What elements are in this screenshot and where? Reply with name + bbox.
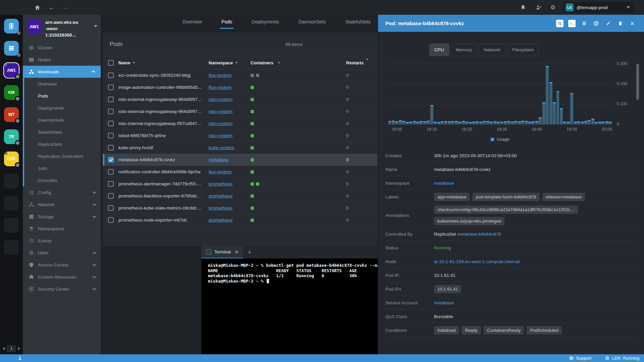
sidebar-item-storage[interactable]: Storage	[23, 210, 101, 223]
catalog-browse-button[interactable]: ⚙	[4, 19, 19, 34]
usage-bar[interactable]	[406, 122, 409, 124]
usage-bar[interactable]	[465, 122, 468, 124]
usage-bar[interactable]	[539, 117, 542, 124]
sidebar-item-custom-resources[interactable]: Custom Resources	[23, 271, 101, 283]
table-row-istio-external-ingressgateway-964d5f97[interactable]: istio-external-ingressgateway-964d5f97…i…	[103, 106, 378, 118]
usage-bar[interactable]	[423, 121, 426, 124]
sidebar-subitem-jobs[interactable]: Jobs	[23, 162, 101, 174]
sidebar-subitem-cronjobs[interactable]: CronJobs	[23, 174, 101, 186]
row-checkbox[interactable]	[108, 157, 114, 163]
invite-user-icon[interactable]	[535, 4, 542, 11]
usage-bar[interactable]	[514, 121, 517, 124]
sidebar-item-access-control[interactable]: Access Control	[23, 259, 101, 271]
usage-bar[interactable]	[553, 102, 556, 124]
table-row-istio-internal-ingressgateway-f5f7cd947[interactable]: istio-internal-ingressgateway-f5f7cd947……	[103, 118, 378, 130]
detail-link[interactable]: ip-10-1-61-158.eu-west-1.compute.interna…	[434, 259, 520, 264]
usage-bar[interactable]	[420, 121, 423, 124]
search-icon[interactable]	[556, 20, 564, 27]
table-row-ecr-credentials-sync-28092240-bttgj[interactable]: ecr-credentials-sync-28092240-bttgjflux-…	[103, 69, 378, 81]
usage-bar[interactable]	[598, 122, 601, 124]
row-checkbox[interactable]	[108, 84, 114, 90]
namespace-link[interactable]: istio-system	[209, 109, 232, 114]
usage-bar[interactable]	[609, 122, 612, 124]
namespace-link[interactable]: istio-system	[209, 97, 232, 102]
namespace-link[interactable]: flux-system	[209, 169, 231, 174]
sidebar-item-security-center[interactable]: Security Center	[23, 283, 101, 295]
usage-bar[interactable]	[497, 122, 500, 124]
detail-link[interactable]: metabase-b4b64c878	[457, 232, 501, 237]
tab-overview[interactable]: Overview	[181, 15, 203, 29]
usage-bar[interactable]	[493, 121, 496, 124]
usage-bar[interactable]	[546, 66, 549, 124]
usage-bar[interactable]	[402, 121, 405, 124]
row-checkbox[interactable]	[108, 205, 114, 211]
table-row-notification-controller-86d4cb566b-9pr5w[interactable]: notification-controller-86d4cb566b-9pr5w…	[103, 166, 378, 178]
usage-bar[interactable]	[409, 122, 412, 124]
scrollbar-thumb[interactable]	[636, 64, 639, 100]
column-header-restarts[interactable]: Restarts	[346, 60, 378, 65]
cluster-selector[interactable]: AW1 arn:aws:eks:eu-west-1:210226350…	[23, 15, 101, 42]
metric-tab-cpu[interactable]: CPU	[429, 44, 449, 56]
usage-bar[interactable]	[486, 121, 489, 124]
sidebar-subitem-daemonsets[interactable]: DaemonSets	[23, 114, 101, 126]
logs-icon[interactable]	[580, 20, 588, 27]
usage-bar[interactable]	[549, 82, 552, 124]
close-terminal-icon[interactable]: ✕	[234, 249, 239, 255]
namespace-link[interactable]: prometheus	[209, 218, 232, 223]
attach-icon[interactable]: @	[592, 20, 600, 27]
sidebar-subitem-statefulsets[interactable]: StatefulSets	[23, 126, 101, 138]
back-icon[interactable]: ←	[48, 4, 55, 11]
page-number[interactable]: 1	[7, 345, 16, 352]
usage-bar[interactable]	[532, 121, 535, 124]
usage-bar[interactable]	[535, 121, 538, 124]
usage-bar[interactable]	[430, 105, 433, 124]
table-row-prometheus-blackbox-exporter-6795dd[interactable]: prometheus-blackbox-exporter-6795dd…prom…	[103, 190, 378, 202]
usage-bar[interactable]	[451, 121, 454, 124]
row-checkbox[interactable]	[108, 72, 114, 78]
row-checkbox[interactable]	[108, 121, 114, 126]
usage-bar[interactable]	[490, 122, 493, 124]
close-icon[interactable]: ×	[629, 20, 636, 27]
page-prev-icon[interactable]	[3, 347, 5, 350]
usage-bar[interactable]	[416, 122, 419, 124]
sidebar-subitem-overview[interactable]: Overview	[23, 78, 101, 90]
edit-icon[interactable]	[604, 20, 612, 27]
usage-bar[interactable]	[525, 121, 528, 124]
cluster-icon-wt[interactable]: WT	[4, 107, 19, 122]
usage-bar[interactable]	[437, 122, 440, 124]
namespace-link[interactable]: prometheus	[209, 205, 232, 210]
sidebar-subitem-deployments[interactable]: Deployments	[23, 102, 101, 114]
usage-bar[interactable]	[507, 121, 510, 124]
usage-bar[interactable]	[444, 121, 447, 124]
support-button[interactable]: Support	[569, 356, 592, 361]
usage-bar[interactable]	[563, 122, 566, 124]
namespace-link[interactable]: prometheus	[209, 181, 232, 186]
usage-bar[interactable]	[560, 108, 563, 124]
tab-statefulsets[interactable]: StatefulSets	[344, 15, 372, 29]
cluster-icon-aw1[interactable]: AW1	[4, 63, 19, 78]
metric-tab-memory[interactable]: Memory	[451, 44, 477, 56]
table-row-image-automation-controller-f988895d5[interactable]: image-automation-controller-f988895d5…fl…	[103, 81, 378, 94]
row-checkbox[interactable]	[108, 133, 114, 138]
cluster-icon-ldk[interactable]: LDK	[4, 152, 19, 166]
new-terminal-button[interactable]: +	[243, 246, 256, 258]
select-all-checkbox[interactable]	[108, 60, 114, 66]
home-icon[interactable]	[34, 4, 41, 11]
usage-bar[interactable]	[602, 122, 605, 124]
row-checkbox[interactable]	[108, 169, 114, 175]
namespace-link[interactable]: istio-system	[209, 121, 232, 126]
usage-bar[interactable]	[388, 121, 391, 124]
usage-bar[interactable]	[395, 121, 398, 124]
namespace-link[interactable]: flux-system	[209, 85, 231, 90]
sidebar-item-nodes[interactable]: Nodes	[23, 54, 101, 66]
namespace-link[interactable]: flux-system	[209, 73, 231, 78]
metric-tab-filesystem[interactable]: Filesystem	[507, 44, 539, 56]
column-header-namespace[interactable]: Namespace	[209, 60, 251, 65]
catalog-list-button[interactable]: ⚙	[4, 41, 19, 56]
row-checkbox[interactable]	[108, 97, 114, 102]
namespace-link[interactable]: prometheus	[209, 193, 232, 198]
tab-pods[interactable]: Pods	[220, 15, 233, 29]
usage-bar[interactable]	[528, 122, 531, 124]
forward-icon[interactable]: →	[62, 4, 69, 11]
table-row-prometheus-node-exporter-m67dc[interactable]: prometheus-node-exporter-m67dcprometheus…	[103, 214, 378, 226]
